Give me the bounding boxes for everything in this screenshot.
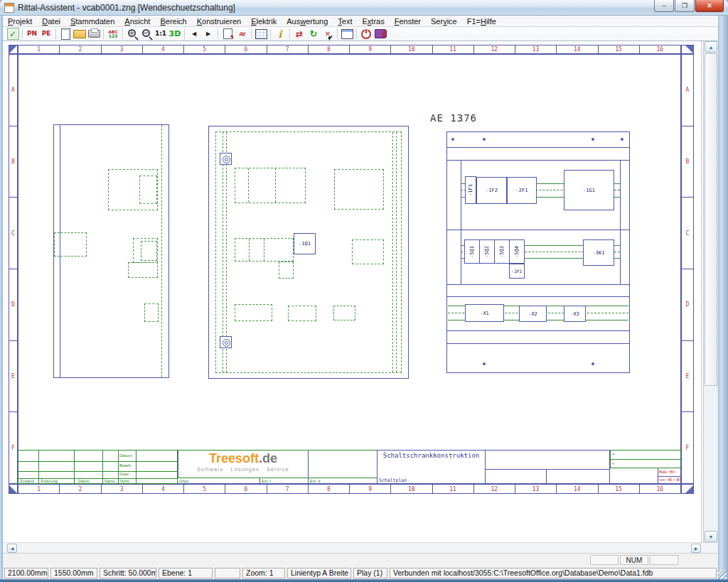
close-button[interactable]: ✕ — [695, 0, 724, 12]
component-5q2[interactable]: -5Q2 — [479, 239, 495, 264]
menu-item[interactable]: F1=Hilfe — [462, 16, 501, 27]
table-icon[interactable] — [254, 27, 268, 41]
menu-item[interactable]: Auswertung — [282, 16, 333, 27]
component-2f1[interactable]: -2F1 — [507, 177, 537, 204]
vertical-scrollbar[interactable]: ▲ ▼ — [703, 41, 717, 542]
layout-side-rail — [461, 160, 461, 284]
ruler-row-label: F — [9, 412, 17, 483]
delete-pick-icon[interactable]: ✕ — [321, 27, 335, 41]
menu-item[interactable]: Fenster — [390, 16, 426, 27]
ruler-column-label: 8 — [309, 485, 350, 493]
plate-component-outline — [352, 239, 384, 264]
titleblock-project-cell — [486, 450, 610, 484]
ruler-row-label: E — [9, 341, 17, 413]
plate-component-divider — [248, 168, 249, 203]
caps-indicator — [590, 555, 619, 565]
new-document-icon[interactable] — [58, 27, 73, 41]
revision-column-header: Name — [105, 479, 115, 483]
component-5q4[interactable]: -5Q4 — [509, 239, 525, 264]
component-1f2[interactable]: -1F2 — [476, 177, 507, 204]
status-step-size: Schritt: 50.000mm — [100, 568, 156, 578]
component-5q1[interactable]: -5Q1 — [464, 239, 480, 264]
view-3d-icon[interactable]: 3D — [168, 27, 182, 41]
ruler-column-label: 11 — [433, 45, 474, 53]
ruler-row-label: A — [682, 55, 693, 126]
component-2f2[interactable]: -2F2 — [509, 264, 525, 279]
component-5q3[interactable]: -5Q3 — [494, 239, 510, 264]
zoom-ratio-icon[interactable]: 1:1 — [154, 27, 168, 41]
goto-page-icon[interactable] — [220, 27, 235, 41]
refresh-icon[interactable]: ↻ — [306, 27, 321, 41]
menu-item[interactable]: Elektrik — [246, 16, 282, 27]
scroll-down-button[interactable]: ▼ — [705, 531, 717, 542]
num-lock-indicator: NUM — [620, 555, 648, 565]
abc-123-icon[interactable]: ABC123 — [106, 27, 120, 41]
print-icon[interactable] — [87, 27, 101, 41]
resize-grip[interactable] — [717, 570, 727, 579]
app-icon — [4, 3, 14, 13]
scroll-up-button[interactable]: ▲ — [705, 41, 717, 53]
ruler-column-label: 8 — [309, 45, 350, 53]
door-cutout — [141, 241, 157, 261]
ruler-column-label: 16 — [640, 485, 680, 493]
menu-item[interactable]: Stammdaten — [65, 16, 119, 27]
separator — [268, 27, 273, 41]
component-x1[interactable]: -X1 — [465, 304, 504, 322]
menu-item[interactable]: Bereich — [155, 16, 191, 27]
project-pn-icon[interactable]: PN — [25, 27, 39, 41]
component-x3[interactable]: -X3 — [564, 306, 586, 322]
component-x2[interactable]: -X2 — [519, 306, 547, 322]
component-1q1[interactable]: -1Q1 — [294, 233, 316, 254]
ruler-column-label: 2 — [60, 45, 101, 53]
status-connection: Verbunden mit localhost/3055:C:\Treesoft… — [390, 568, 717, 578]
restore-button[interactable]: ❐ — [675, 0, 695, 12]
signature-icon[interactable]: ≈ — [235, 27, 249, 41]
menu-item[interactable]: Datei — [37, 16, 65, 27]
status-x-coordinate: 2100.00mm — [4, 568, 48, 578]
ruler-column-label: 7 — [267, 45, 309, 53]
menu-item[interactable]: Ansicht — [119, 16, 155, 27]
ruler-left: ABCDEF — [9, 54, 18, 484]
scroll-right-button[interactable]: ▶ — [691, 544, 701, 553]
prev-page-icon[interactable]: ◀ — [187, 27, 201, 41]
power-icon[interactable] — [359, 27, 373, 41]
ruler-column-label: 12 — [474, 485, 515, 493]
paper-edge-dotted-line — [701, 41, 702, 542]
drawing-canvas[interactable]: 12345678910111213141516 1234567891011121… — [0, 41, 702, 542]
plate-component-outline — [235, 304, 272, 321]
horizontal-scrollbar[interactable]: ◀ ▶ — [3, 542, 718, 553]
revision-column-header: Norm — [120, 479, 129, 483]
title-bar: Rittal-Assistent - vcab0001.zng [Wendesc… — [0, 0, 728, 16]
vertical-scroll-thumb[interactable] — [705, 53, 717, 386]
menu-item[interactable]: Konstruieren — [192, 16, 246, 27]
scroll-left-button[interactable]: ◀ — [7, 544, 17, 553]
page-corner-mark — [9, 45, 18, 54]
component-1g1[interactable]: -1G1 — [564, 170, 614, 210]
next-page-icon[interactable]: ▶ — [201, 27, 215, 41]
component-1f1[interactable]: -1F1 — [465, 176, 476, 204]
help-book-icon[interactable] — [373, 27, 387, 41]
info-icon[interactable]: i — [273, 27, 287, 41]
separator — [215, 27, 220, 41]
origin-label: Ers. d. — [310, 479, 321, 483]
project-pe-icon[interactable]: PE — [39, 27, 53, 41]
zoom-out-icon[interactable]: − — [139, 27, 154, 41]
drawing-title: Schaltschrankkonstruktion — [378, 452, 485, 459]
zoom-in-icon[interactable]: + — [125, 27, 139, 41]
transfer-icon[interactable]: ⇄ — [292, 27, 306, 41]
menu-item[interactable]: Projekt — [3, 16, 37, 27]
reference-cell: = + — [610, 450, 681, 468]
separator — [101, 27, 106, 41]
plate-component-outline — [235, 168, 306, 203]
app-window: Rittal-Assistent - vcab0001.zng [Wendesc… — [0, 0, 728, 582]
minimize-button[interactable]: ‒ — [654, 0, 674, 12]
component-3k1[interactable]: -3K1 — [583, 239, 614, 266]
open-folder-icon[interactable] — [73, 27, 87, 41]
menu-item[interactable]: Extras — [358, 16, 390, 27]
menu-item[interactable]: Service — [426, 16, 462, 27]
mounting-hole — [592, 138, 594, 141]
menu-item[interactable]: Text — [333, 16, 357, 27]
properties-icon[interactable] — [340, 27, 354, 41]
keyboard-state-row: NUM — [3, 553, 718, 566]
apply-check-icon[interactable]: ✓ — [6, 27, 20, 41]
